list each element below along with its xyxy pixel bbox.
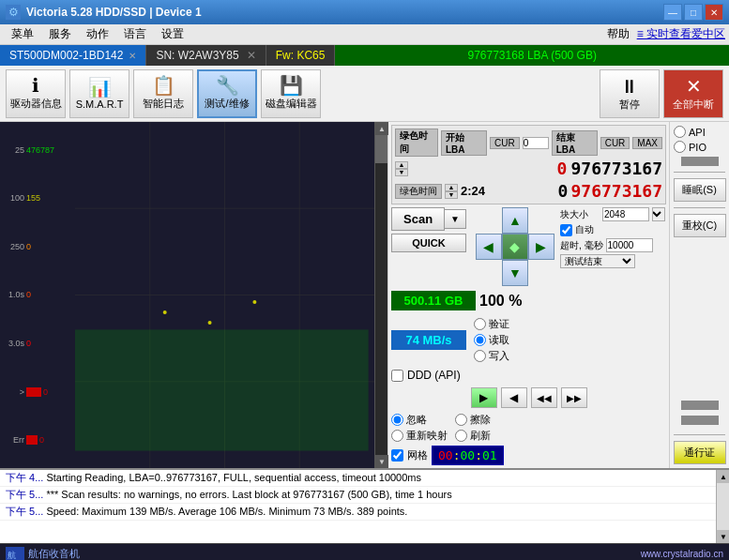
speed-display: 74 MB/s	[391, 330, 466, 350]
lba-down-arrow[interactable]: ▼	[395, 169, 408, 176]
timing-row-err: Err 0	[2, 426, 73, 454]
scan-controls-col: Scan ▼ QUICK	[391, 207, 466, 252]
diamond-center[interactable]: ◆	[502, 234, 528, 260]
window-title: Victoria 5.28 HDD/SSD | Device 1	[26, 6, 202, 19]
pio-radio[interactable]	[674, 141, 686, 153]
scroll-up-btn[interactable]: ▲	[375, 122, 388, 135]
read-radio[interactable]	[474, 334, 486, 346]
drive-tab-bar: ST500DM002-1BD142 ✕ SN: W2AW3Y85 ✕ Fw: K…	[0, 45, 729, 66]
lba-up-arrow[interactable]: ▲	[395, 161, 408, 169]
skip-back-button[interactable]: ◀◀	[531, 387, 557, 408]
api-radio[interactable]	[674, 126, 686, 138]
menu-item-file[interactable]: 菜单	[4, 24, 41, 44]
graph-container: 25 476787 100 155 250 0 1.0s 0 3.0s 0	[0, 122, 387, 468]
block-size-select[interactable]: ▼	[652, 207, 665, 221]
close-button[interactable]: ✕	[705, 4, 723, 21]
diamond-down[interactable]: ▼	[502, 260, 528, 286]
mode-item: 测试结束	[560, 254, 665, 268]
stop-button[interactable]: ✕ 全部中断	[663, 69, 723, 118]
tab-close-icon[interactable]: ✕	[129, 51, 136, 61]
timer-row: 网格 00:00:01	[391, 446, 666, 465]
diamond-up[interactable]: ▲	[502, 207, 528, 234]
indicator-bar-2	[681, 401, 719, 410]
scroll-thumb[interactable]	[375, 135, 387, 163]
diamond-right[interactable]: ▶	[528, 234, 554, 260]
log-scroll-track[interactable]	[717, 483, 729, 530]
pct-display: 100 %	[479, 293, 522, 310]
indicator-bar-3	[681, 416, 719, 425]
quick-button[interactable]: QUICK	[391, 234, 466, 252]
option-group-left: 忽略 重新映射	[391, 413, 448, 443]
option-group-right: 擦除 刷新	[455, 413, 491, 443]
toolbar-label-smart: S.M.A.R.T	[76, 98, 124, 110]
smart-icon: 📊	[88, 78, 112, 97]
scan-dropdown[interactable]: ▼	[445, 209, 466, 229]
cert-button[interactable]: 通行证	[674, 441, 726, 464]
toolbar-btn-smart[interactable]: 📊 S.M.A.R.T	[69, 69, 129, 118]
block-size-item: 块大小 ▼	[560, 207, 665, 221]
verify-radio[interactable]	[474, 318, 486, 330]
timeout-input[interactable]	[606, 238, 653, 252]
ignore-label: 忽略	[406, 413, 427, 427]
lba-start-tag: 开始 LBA	[441, 130, 487, 156]
minimize-button[interactable]: —	[663, 4, 682, 21]
grid-checkbox[interactable]	[391, 449, 403, 462]
timing-row-3s: 3.0s 0	[2, 329, 73, 357]
drive-tab-active[interactable]: ST500DM002-1BD142 ✕	[0, 45, 146, 66]
menu-item-action[interactable]: 动作	[79, 24, 116, 44]
pio-radio-row: PIO	[674, 141, 725, 153]
ddd-checkbox[interactable]	[391, 370, 403, 382]
menu-item-service[interactable]: 服务	[41, 24, 79, 44]
test-icon: 🔧	[216, 76, 239, 95]
ignore-radio[interactable]	[391, 414, 403, 426]
log-time-2: 下午 5...	[6, 489, 43, 500]
reset-button[interactable]: 重校(C)	[674, 214, 726, 237]
menu-item-settings[interactable]: 设置	[154, 24, 191, 44]
stop-icon: ✕	[686, 75, 702, 98]
time-down-arrow[interactable]: ▼	[445, 191, 458, 199]
log-text-1: Starting Reading, LBA=0..976773167, FULL…	[46, 472, 421, 483]
graph-scrollbar[interactable]: ▲ ▼	[374, 122, 387, 468]
maximize-button[interactable]: □	[684, 4, 703, 21]
toolbar-btn-editor[interactable]: 💾 磁盘编辑器	[261, 69, 321, 118]
time-up-arrow[interactable]: ▲	[445, 184, 458, 191]
mode-select[interactable]: 测试结束	[560, 254, 635, 268]
play-button[interactable]: ▶	[471, 387, 497, 408]
log-line-3: 下午 5... Speed: Maximum 139 MB/s. Average…	[0, 504, 716, 521]
block-size-input[interactable]	[602, 207, 649, 221]
toolbar-btn-info[interactable]: ℹ 驱动器信息	[6, 69, 66, 118]
refresh-radio[interactable]	[455, 430, 467, 442]
rewind-button[interactable]: ◀	[501, 387, 527, 408]
scroll-down-btn[interactable]: ▼	[375, 455, 388, 468]
remap-label: 重新映射	[406, 429, 448, 443]
zero-display: 0	[506, 181, 568, 201]
log-scroll-up[interactable]: ▲	[717, 470, 729, 483]
scroll-track[interactable]	[375, 135, 387, 455]
diamond-left[interactable]: ◀	[476, 234, 502, 260]
sleep-button[interactable]: 睡眠(S)	[674, 178, 726, 202]
svg-point-10	[252, 300, 256, 304]
scan-button[interactable]: Scan	[391, 207, 445, 231]
auto-checkbox[interactable]	[560, 224, 572, 236]
realtime-link[interactable]: ≡ 实时查看爱中区	[637, 26, 725, 42]
toolbar-btn-log[interactable]: 📋 智能日志	[133, 69, 193, 118]
log-scrollbar[interactable]: ▲ ▼	[716, 470, 729, 543]
divider-2	[674, 207, 725, 208]
pause-button[interactable]: ⏸ 暂停	[600, 69, 660, 118]
skip-fwd-button[interactable]: ▶▶	[561, 387, 587, 408]
log-scroll-down[interactable]: ▼	[717, 530, 729, 543]
write-radio[interactable]	[474, 350, 486, 362]
remap-radio[interactable]	[391, 430, 403, 442]
diamond-empty-tr	[528, 207, 554, 234]
toolbar-btn-test[interactable]: 🔧 测试/维修	[197, 69, 257, 118]
menu-item-language[interactable]: 语言	[116, 24, 154, 44]
playback-row: ▶ ◀ ◀◀ ▶▶	[391, 386, 666, 410]
erase-radio[interactable]	[455, 414, 467, 426]
toolbar-label-info: 驱动器信息	[10, 97, 62, 111]
menu-item-help[interactable]: 帮助	[600, 24, 637, 44]
stats-row: 500.11 GB 100 %	[391, 289, 666, 312]
max-tag: MAX	[632, 137, 662, 149]
log-with-scroll: 下午 4... Starting Reading, LBA=0..9767731…	[0, 470, 729, 543]
cur-input[interactable]	[523, 137, 549, 149]
info-icon: ℹ	[32, 76, 39, 95]
